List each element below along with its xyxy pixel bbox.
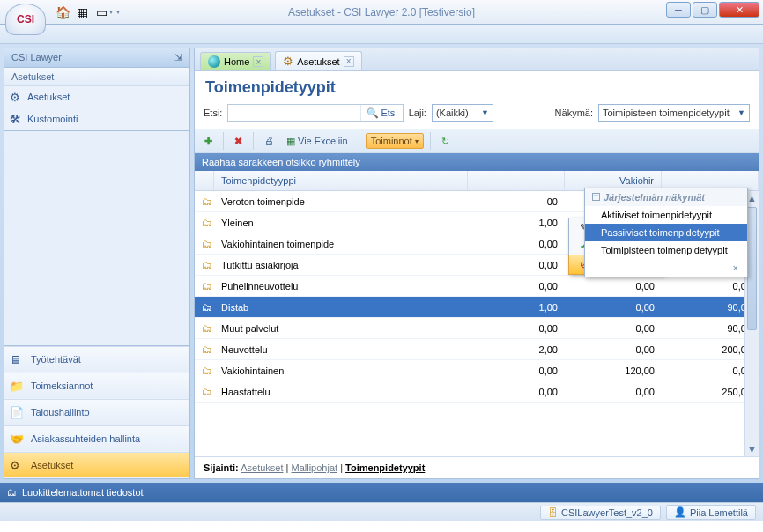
breadcrumb-current: Toimenpidetyypit (345, 462, 425, 473)
row-icon: 🗂 (202, 344, 212, 356)
tab-close-icon[interactable]: × (344, 56, 354, 67)
cell-a: 0,00 (468, 323, 565, 334)
ledger-icon: 📄 (10, 406, 24, 419)
folder-icon: 📁 (10, 380, 24, 393)
group-by-row[interactable]: Raahaa sarakkeen otsikko ryhmittely (195, 153, 759, 171)
chevron-down-icon: ▾ (415, 137, 419, 145)
home-icon[interactable]: 🏠 (55, 4, 70, 20)
separator (430, 132, 431, 150)
nav-panel: CSI Lawyer ⇲ Asetukset ⚙Asetukset 🛠Kusto… (4, 48, 190, 479)
qat-customize-icon[interactable]: ▾ (116, 8, 120, 16)
collapse-icon[interactable] (592, 193, 600, 201)
chevron-down-icon: ▼ (481, 108, 489, 117)
table-row[interactable]: 🗂Haastattelu0,000,00250,00 (195, 381, 759, 403)
maximize-button[interactable]: ▢ (693, 2, 717, 18)
cell-name: Distab (214, 302, 468, 313)
export-excel-button[interactable]: ▦Vie Exceliin (282, 134, 352, 149)
gear-icon: ⚙ (10, 91, 20, 104)
search-button[interactable]: 🔍Etsi (360, 105, 402, 121)
col-selector[interactable] (195, 171, 214, 190)
nav-module-matters[interactable]: 📁Toimeksiannot (4, 373, 189, 399)
cell-name: Vakiohintainen (214, 366, 468, 376)
window-title: Asetukset - CSI Lawyer 2.0 [Testiversio] (288, 6, 475, 18)
tab-label: Asetukset (297, 56, 339, 67)
view-menu-item[interactable]: Passiiviset toimenpidetyypit (585, 224, 747, 241)
view-menu-item[interactable]: Toimipisteen toimenpidetyypit (585, 241, 747, 259)
row-icon: 🗂 (202, 322, 212, 335)
search-input[interactable] (228, 105, 360, 121)
new-button[interactable]: ✚ (200, 134, 217, 149)
nav-module-finance[interactable]: 📄Taloushallinto (4, 399, 189, 425)
col-num1[interactable] (468, 171, 565, 190)
nav-module-tasks[interactable]: 🖥Työtehtävät (4, 346, 189, 373)
row-icon: 🗂 (202, 280, 212, 292)
view-menu-close[interactable]: × (585, 259, 747, 277)
table-row[interactable]: 🗂Muut palvelut0,000,0090,00 (195, 318, 759, 339)
separator (253, 132, 254, 150)
button-label: Toiminnot (371, 136, 412, 146)
cell-name: Tutkittu asiakirjoja (214, 260, 468, 270)
cell-a: 0,00 (468, 260, 565, 270)
uncategorized-bar[interactable]: 🗂 Luokittelemattomat tiedostot (0, 483, 763, 502)
globe-icon (208, 55, 220, 68)
type-combo[interactable]: (Kaikki)▼ (432, 104, 493, 122)
scroll-down-icon[interactable]: ▼ (745, 442, 759, 456)
nav-item-asetukset[interactable]: ⚙Asetukset (4, 86, 189, 108)
user-icon: 👤 (674, 506, 686, 518)
print-button[interactable]: 🖨 (260, 134, 278, 148)
nav-item-label: Taloushallinto (31, 407, 90, 417)
col-name[interactable]: Toimenpidetyyppi (214, 171, 468, 190)
cell-b: 0,00 (565, 281, 662, 292)
breadcrumb-link[interactable]: Asetukset (241, 462, 283, 473)
breadcrumb-link[interactable]: Mallipohjat (291, 462, 337, 473)
search-box: 🔍Etsi (227, 104, 403, 122)
status-database[interactable]: 🗄CSILawyerTest_v2_0 (540, 506, 661, 520)
cell-a: 1,00 (468, 218, 565, 228)
workspace: CSI Lawyer ⇲ Asetukset ⚙Asetukset 🛠Kusto… (0, 44, 763, 483)
row-icon: 🗂 (202, 301, 212, 314)
pin-icon[interactable]: ⇲ (174, 52, 182, 63)
close-button[interactable]: ✕ (719, 2, 759, 18)
view-combo[interactable]: Toimipisteen toimenpidetyypit▼ (598, 104, 750, 122)
cell-b: 0,00 (565, 344, 662, 355)
view-label: Näkymä: (555, 107, 593, 118)
window-picker[interactable]: ▭▾ (93, 4, 113, 20)
nav-group-title: Asetukset (4, 68, 189, 86)
nav-item-label: Asetukset (31, 460, 73, 470)
app-logo-text: CSI (17, 13, 34, 26)
actions-button[interactable]: Toiminnot▾ (366, 133, 424, 149)
table-row[interactable]: ▸🗂Distab1,000,0090,00 (195, 297, 759, 318)
refresh-button[interactable]: ↻ (437, 134, 454, 149)
gear-icon: ⚙ (10, 459, 20, 472)
nav-top-group: Asetukset ⚙Asetukset 🛠Kustomointi (4, 67, 190, 131)
row-icon: 🗂 (202, 217, 212, 229)
nav-panel-title: CSI Lawyer (11, 52, 62, 63)
cell-b: 0,00 (565, 302, 662, 313)
content-area: Home× ⚙Asetukset× Toimenpidetyypit Etsi:… (194, 48, 759, 479)
delete-button[interactable]: ✖ (230, 134, 247, 149)
type-label: Laji: (409, 107, 426, 118)
view-menu-item[interactable]: Aktiiviset toimenpidetyypit (585, 206, 747, 224)
grid-icon[interactable]: ▦ (74, 4, 90, 20)
row-icon: 🗂 (202, 196, 212, 208)
breadcrumb-label: Sijainti: (204, 462, 239, 473)
table-row[interactable]: 🗂Vakiohintainen0,00120,000,00 (195, 360, 759, 381)
table-row[interactable]: 🗂Puhelinneuvottelu0,000,000,00 (195, 276, 759, 297)
tab-close-icon[interactable]: × (253, 56, 263, 67)
minimize-button[interactable]: ─ (666, 2, 691, 18)
tab-asetukset[interactable]: ⚙Asetukset× (275, 51, 361, 70)
nav-panel-header: CSI Lawyer ⇲ (4, 48, 190, 67)
nav-module-crm[interactable]: 🤝Asiakassuhteiden hallinta (4, 425, 189, 452)
tab-home[interactable]: Home× (200, 52, 271, 70)
magnifier-icon: 🔍 (367, 107, 379, 119)
table-row[interactable]: 🗂Neuvottelu2,000,00200,00 (195, 339, 759, 360)
nav-item-kustomointi[interactable]: 🛠Kustomointi (4, 108, 189, 130)
status-user[interactable]: 👤Piia Lemettilä (666, 505, 756, 520)
chevron-down-icon: ▼ (737, 108, 745, 117)
app-badge[interactable]: CSI (5, 4, 46, 35)
scrollbar-thumb[interactable] (747, 207, 757, 330)
cell-a: 0,00 (468, 387, 565, 397)
nav-module-settings[interactable]: ⚙Asetukset (4, 452, 189, 478)
view-menu-header: Järjestelmän näkymät (585, 188, 747, 206)
cell-a: 0,00 (468, 366, 565, 376)
